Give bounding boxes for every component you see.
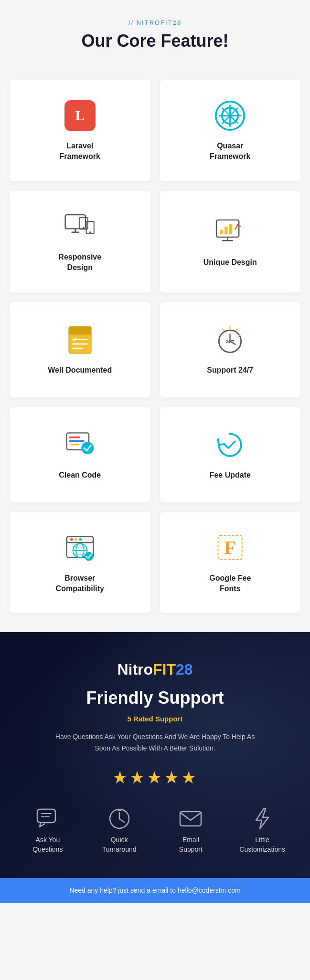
svg-point-14 — [89, 231, 91, 233]
support-rating: 5 Rated Support — [14, 715, 296, 723]
feature-card-documented: Well Documented — [10, 302, 150, 397]
email-icon — [179, 807, 203, 831]
feature-card-google-fonts: F Google FeeFonts — [160, 512, 301, 614]
feature-label-browser-compat: BrowserCompatibility — [56, 573, 104, 594]
svg-point-39 — [81, 442, 94, 454]
support-feature-email: EmailSupport — [158, 807, 224, 854]
browser-compat-icon — [63, 531, 96, 564]
features-grid: L LaravelFramework QuasarFramework — [0, 80, 310, 632]
feature-label-responsive: ResponsiveDesign — [58, 252, 101, 273]
feature-label-clean-code: Clean Code — [59, 470, 101, 480]
google-fonts-icon: F — [214, 531, 247, 564]
footer: Need any help? just send a email to hell… — [0, 878, 310, 903]
feature-label-unique-design: Unique Desgin — [203, 257, 257, 268]
svg-line-33 — [223, 329, 224, 331]
clean-code-icon — [63, 428, 96, 461]
brand-logo: NitroFIT28 — [14, 661, 296, 678]
feature-card-fee-update: Fee Update — [160, 407, 301, 502]
svg-rect-19 — [224, 227, 228, 234]
svg-point-42 — [70, 538, 73, 541]
support-feature-customizations: LittleCustomizations — [229, 807, 296, 854]
brand-28: 28 — [176, 661, 193, 678]
feature-label-laravel: LaravelFramework — [60, 141, 100, 162]
support-inner: NitroFIT28 Friendly Support 5 Rated Supp… — [14, 661, 296, 854]
svg-marker-61 — [256, 809, 268, 829]
feature-card-quasar: QuasarFramework — [160, 80, 301, 181]
support-feature-ask: Ask YouQuestions — [14, 807, 81, 854]
support-stars: ★★★★★ — [14, 768, 296, 788]
features-section: // NITROFIT28 Our Core Feature! — [0, 0, 310, 80]
section-title: Our Core Feature! — [14, 31, 296, 51]
svg-rect-38 — [71, 444, 80, 446]
support-description: Have Questions Ask Your Questions And We… — [55, 731, 256, 754]
svg-rect-23 — [69, 327, 91, 335]
chat-icon — [36, 807, 60, 831]
support-feature-label-customizations: LittleCustomizations — [239, 835, 285, 854]
svg-line-58 — [119, 819, 124, 822]
support-feature-label-turnaround: QuickTurnaround — [102, 835, 137, 854]
svg-line-31 — [236, 329, 238, 331]
support247-icon: 24/7 — [214, 323, 247, 356]
support-feature-label-email: EmailSupport — [179, 835, 203, 854]
quasar-icon — [214, 99, 247, 132]
laravel-icon: L — [63, 99, 96, 132]
svg-rect-36 — [69, 437, 80, 438]
section-subtitle: // NITROFIT28 — [14, 19, 296, 26]
lightning-icon — [250, 807, 274, 831]
svg-rect-53 — [37, 809, 55, 823]
feature-label-google-fonts: Google FeeFonts — [209, 573, 251, 594]
svg-rect-18 — [220, 230, 224, 235]
footer-text: Need any help? just send a email to hell… — [69, 886, 240, 894]
support-features: Ask YouQuestions QuickTurnaround — [14, 807, 296, 854]
feature-card-laravel: L LaravelFramework — [10, 80, 150, 181]
svg-rect-20 — [229, 224, 233, 235]
responsive-icon — [63, 210, 96, 243]
svg-point-43 — [75, 538, 77, 541]
feature-label-fee-update: Fee Update — [210, 470, 251, 480]
feature-label-support247: Support 24/7 — [207, 365, 253, 375]
support-feature-label-ask: Ask YouQuestions — [32, 835, 63, 854]
clock-icon — [107, 807, 131, 831]
unique-design-icon — [214, 215, 247, 249]
brand-fit: FIT — [153, 661, 176, 678]
support-section: NitroFIT28 Friendly Support 5 Rated Supp… — [0, 632, 310, 878]
brand-nitro: Nitro — [117, 661, 153, 678]
svg-text:24/7: 24/7 — [226, 339, 235, 344]
svg-text:F: F — [224, 537, 236, 558]
support-feature-turnaround: QuickTurnaround — [86, 807, 153, 854]
svg-rect-37 — [69, 440, 84, 442]
svg-rect-8 — [65, 215, 85, 229]
fee-update-icon — [214, 428, 247, 461]
feature-card-clean-code: Clean Code — [10, 407, 150, 502]
svg-point-44 — [79, 538, 82, 541]
documented-icon — [63, 323, 96, 356]
svg-text:L: L — [75, 107, 85, 124]
feature-card-support247: 24/7 Support 24/7 — [160, 302, 301, 397]
feature-card-browser-compat: BrowserCompatibility — [10, 512, 150, 614]
feature-label-quasar: QuasarFramework — [210, 141, 250, 162]
support-title: Friendly Support — [14, 688, 296, 708]
feature-label-documented: Well Documented — [48, 365, 112, 375]
feature-card-unique-design: Unique Desgin — [160, 191, 301, 292]
feature-card-responsive: ResponsiveDesign — [10, 191, 150, 292]
svg-rect-60 — [180, 812, 201, 826]
svg-point-21 — [237, 224, 239, 227]
svg-point-12 — [83, 227, 84, 229]
